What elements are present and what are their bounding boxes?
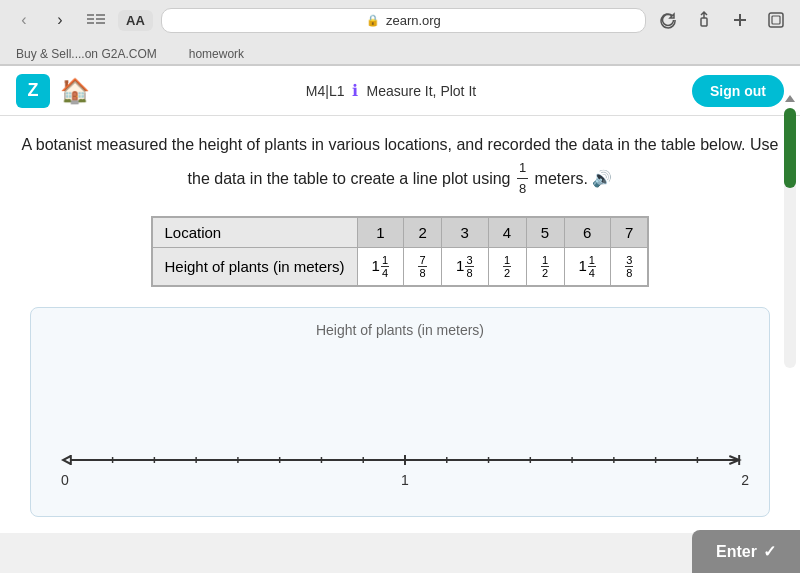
add-tab-button[interactable] [726,6,754,34]
axis-label-2: 2 [741,472,749,488]
lesson-title: Measure It, Plot It [366,83,476,99]
height-3: 138 [442,248,488,287]
col-7: 7 [610,217,648,248]
url-bar[interactable]: 🔒 zearn.org [161,8,646,33]
browser-top-bar: ‹ › AA 🔒 zearn.org [0,0,800,40]
col-3: 3 [442,217,488,248]
checkmark-icon: ✓ [763,542,776,561]
tab-homework[interactable]: homework [183,44,250,64]
logo-area: Z 🏠 [16,74,90,108]
audio-icon[interactable]: 🔊 [592,169,612,186]
breadcrumb-text: M4|L1 [306,83,345,99]
tabs-button[interactable] [762,6,790,34]
zearn-logo[interactable]: Z [16,74,50,108]
font-size-button[interactable]: AA [118,10,153,31]
number-line [61,450,749,470]
home-icon[interactable]: 🏠 [60,77,90,105]
fraction-denominator: 8 [517,179,528,200]
lineplot-container[interactable]: Height of plants (in meters) [30,307,770,517]
svg-rect-9 [769,13,783,27]
svg-rect-6 [701,18,707,26]
height-7: 38 [610,248,648,287]
data-table: Location 1 2 3 4 5 6 7 Height of plants … [151,216,650,287]
axis-label-0: 0 [61,472,69,488]
share-button[interactable] [690,6,718,34]
height-2: 78 [404,248,442,287]
enter-button-container: Enter ✓ [692,530,800,573]
fraction-numerator: 1 [517,158,528,180]
svg-rect-4 [96,18,105,20]
breadcrumb-area: M4|L1 ℹ Measure It, Plot It [90,81,692,100]
reload-button[interactable] [654,6,682,34]
enter-label: Enter [716,543,757,561]
browser-chrome: ‹ › AA 🔒 zearn.org Buy & Sell....on G2A.… [0,0,800,66]
number-line-area: 0 1 2 [61,450,749,488]
col-2: 2 [404,217,442,248]
col-1: 1 [357,217,403,248]
forward-button[interactable]: › [46,6,74,34]
reader-mode-button[interactable] [82,6,110,34]
height-1: 114 [357,248,403,287]
url-text: zearn.org [386,13,441,28]
enter-button[interactable]: Enter ✓ [692,530,800,573]
lineplot-title: Height of plants (in meters) [51,322,749,338]
scrollbar-top-icon [784,90,796,106]
sign-out-button[interactable]: Sign out [692,75,784,107]
problem-text: A botanist measured the height of plants… [20,132,780,200]
app-header: Z 🏠 M4|L1 ℹ Measure It, Plot It Sign out [0,66,800,116]
svg-rect-2 [87,22,94,24]
height-5: 12 [526,248,564,287]
scrollbar-thumb[interactable] [784,108,796,188]
main-content: A botanist measured the height of plants… [0,116,800,533]
height-4: 12 [488,248,526,287]
svg-rect-0 [87,14,94,16]
col-4: 4 [488,217,526,248]
lock-icon: 🔒 [366,14,380,27]
location-header: Location [152,217,358,248]
svg-rect-10 [772,16,780,24]
table-header-row: Location 1 2 3 4 5 6 7 [152,217,649,248]
height-6: 114 [564,248,610,287]
col-6: 6 [564,217,610,248]
svg-marker-29 [785,95,795,102]
back-button[interactable]: ‹ [10,6,38,34]
svg-rect-1 [87,18,94,20]
height-label: Height of plants (in meters) [152,248,358,287]
scrollbar-track[interactable] [784,108,796,368]
number-line-labels: 0 1 2 [61,472,749,488]
col-5: 5 [526,217,564,248]
tab-g2a[interactable]: Buy & Sell....on G2A.COM [10,44,163,64]
browser-tabs-bar: Buy & Sell....on G2A.COM homework [0,40,800,65]
info-icon: ℹ [352,81,358,100]
svg-rect-5 [96,22,105,24]
axis-label-1: 1 [401,472,409,488]
table-data-row: Height of plants (in meters) 114 78 138 … [152,248,649,287]
svg-rect-3 [96,14,105,16]
